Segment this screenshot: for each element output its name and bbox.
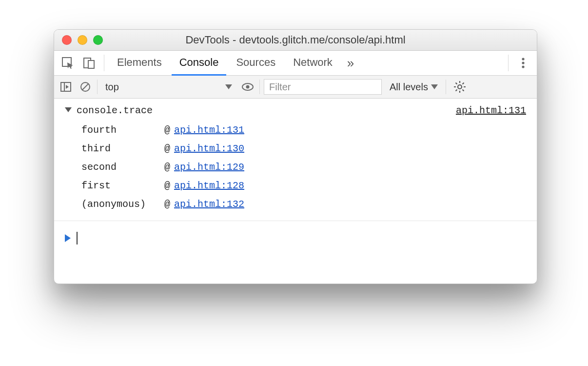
stack-frame: second @ api.html:129 (81, 158, 526, 177)
execution-context-label: top (105, 81, 119, 93)
console-output: console.trace api.html:131 fourth @ api.… (54, 99, 537, 255)
tabs-overflow-button[interactable]: » (342, 51, 359, 75)
svg-line-9 (82, 84, 88, 90)
chevron-down-icon (431, 84, 438, 89)
execution-context-selector[interactable]: top (101, 79, 236, 95)
source-link[interactable]: api.html:131 (456, 102, 526, 120)
toolbar-separator (97, 80, 98, 94)
disclosure-triangle-icon[interactable] (65, 107, 72, 112)
svg-point-3 (522, 58, 524, 60)
stack-frame-function: second (81, 158, 164, 177)
log-levels-selector[interactable]: All levels (386, 81, 442, 93)
stack-frame-at: @ (164, 195, 170, 214)
chevron-down-icon (225, 84, 232, 89)
toolbar-separator (508, 55, 509, 71)
close-window-button[interactable] (62, 35, 72, 45)
inspect-element-icon[interactable] (58, 53, 78, 73)
titlebar: DevTools - devtools.glitch.me/console/ap… (54, 30, 537, 51)
toggle-console-sidebar-icon[interactable] (58, 79, 74, 95)
tab-network[interactable]: Network (285, 51, 340, 76)
stack-frame-link[interactable]: api.html:132 (174, 199, 244, 210)
toolbar-separator (446, 80, 446, 94)
traffic-lights (62, 35, 103, 45)
console-prompt[interactable] (54, 221, 537, 255)
stack-frame: fourth @ api.html:131 (81, 121, 526, 140)
svg-point-5 (522, 65, 524, 68)
log-levels-label: All levels (390, 81, 428, 93)
svg-rect-2 (88, 61, 94, 68)
stack-frame: first @ api.html:128 (81, 177, 526, 195)
stack-frame-function: (anonymous) (81, 195, 164, 214)
stack-frame-link[interactable]: api.html:131 (174, 124, 244, 136)
stack-frame-function: first (81, 177, 164, 195)
devtools-window: DevTools - devtools.glitch.me/console/ap… (54, 29, 537, 284)
console-toolbar: top All levels (54, 76, 537, 99)
stack-trace: fourth @ api.html:131 third @ api.html:1… (54, 120, 537, 221)
svg-line-20 (455, 90, 457, 91)
minimize-window-button[interactable] (78, 35, 87, 45)
tab-sources[interactable]: Sources (228, 51, 283, 76)
tab-label: Console (179, 56, 219, 69)
clear-console-icon[interactable] (78, 79, 93, 95)
stack-frame-link[interactable]: api.html:129 (174, 162, 244, 173)
stack-frame-function: fourth (81, 121, 164, 140)
tab-label: Network (293, 56, 333, 69)
tab-elements[interactable]: Elements (109, 51, 170, 76)
console-filter-input[interactable] (264, 79, 382, 95)
gear-icon (453, 81, 466, 93)
stack-frame-function: third (81, 140, 164, 158)
svg-line-19 (462, 83, 464, 84)
tab-console[interactable]: Console (172, 51, 227, 76)
stack-frame-at: @ (164, 177, 170, 195)
console-trace-header[interactable]: console.trace api.html:131 (54, 99, 537, 120)
svg-line-18 (462, 90, 464, 91)
svg-rect-7 (61, 82, 64, 91)
device-toolbar-icon[interactable] (79, 53, 99, 73)
console-settings-button[interactable] (450, 81, 470, 93)
console-trace-label: console.trace (77, 102, 153, 120)
tab-label: Sources (236, 56, 275, 69)
text-cursor (77, 232, 78, 244)
stack-frame-at: @ (164, 158, 170, 177)
svg-point-11 (246, 85, 250, 89)
toolbar-separator (259, 80, 260, 94)
stack-frame-at: @ (164, 140, 170, 158)
svg-line-17 (455, 83, 457, 84)
stack-frame-link[interactable]: api.html:130 (174, 143, 244, 154)
svg-point-12 (458, 85, 462, 89)
stack-frame: third @ api.html:130 (81, 140, 526, 158)
zoom-window-button[interactable] (93, 35, 103, 45)
stack-frame-link[interactable]: api.html:128 (174, 180, 244, 191)
devtools-tabstrip: Elements Console Sources Network » (54, 51, 537, 76)
stack-frame-at: @ (164, 121, 170, 140)
prompt-chevron-icon (65, 234, 71, 242)
live-expression-icon[interactable] (240, 79, 255, 95)
toolbar-separator (104, 55, 104, 71)
devtools-menu-button[interactable] (513, 57, 533, 69)
svg-point-4 (522, 61, 524, 64)
tabs-overflow-glyph: » (347, 56, 354, 71)
tab-label: Elements (117, 56, 162, 69)
window-title: DevTools - devtools.glitch.me/console/ap… (54, 34, 537, 46)
stack-frame: (anonymous) @ api.html:132 (81, 195, 526, 214)
